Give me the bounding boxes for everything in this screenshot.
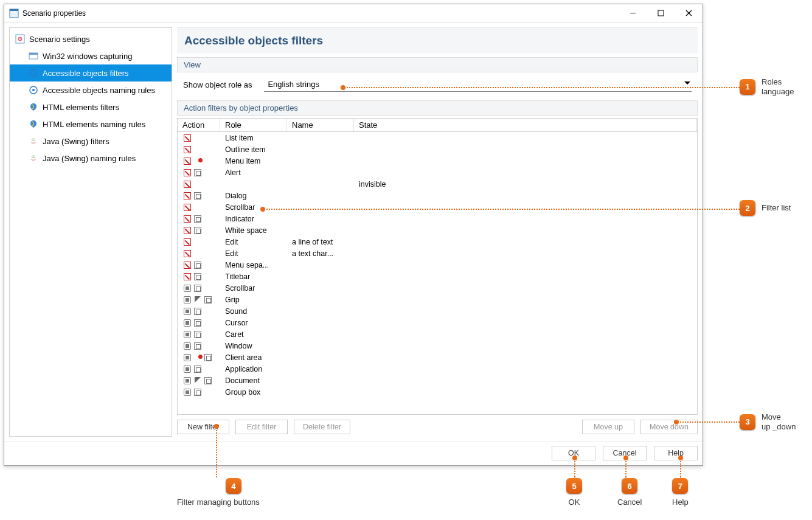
record-action-icon [182, 318, 192, 328]
col-name[interactable]: Name [287, 119, 354, 131]
table-row[interactable]: Indicator [178, 213, 697, 224]
sidebar-item[interactable]: Java (Swing) filters [10, 133, 172, 150]
svg-rect-1 [10, 9, 18, 11]
tree-icon [203, 376, 213, 386]
cell-action [178, 295, 220, 305]
cell-role: Client area [220, 353, 287, 362]
table-row[interactable]: White space [178, 224, 697, 236]
callout-2: 2 Filter list [740, 200, 791, 216]
table-body: List itemOutline itemMenu itemAlertinvis… [178, 132, 697, 398]
table-row[interactable]: Edita text char... [178, 248, 697, 259]
content-area: Scenario settings Win32 windows capturin… [4, 23, 703, 442]
callout-label: OK [569, 497, 580, 507]
cell-role: Application [220, 365, 287, 373]
record-action-icon [182, 376, 192, 386]
table-row[interactable]: Titlebar [178, 271, 697, 282]
cell-role: Dialog [220, 192, 287, 200]
new-filter-button[interactable]: New filter [177, 420, 229, 434]
tree-icon [193, 318, 203, 328]
table-row[interactable]: invisible [178, 178, 697, 190]
filters-table-scroll[interactable]: Action Role Name State List itemOutline … [178, 119, 697, 414]
callout-3: 3 Move up _down [740, 412, 796, 431]
close-button[interactable] [675, 4, 703, 23]
table-row[interactable]: Caret [178, 328, 697, 340]
callout-line-6 [625, 459, 626, 479]
callout-4: 4 Filter managing buttons [207, 478, 260, 507]
tree-icon [193, 307, 203, 316]
sidebar-item[interactable]: Accessible objects naming rules [10, 81, 172, 99]
role-language-dropdown[interactable]: English strings [264, 77, 692, 92]
table-row[interactable]: Client area [178, 352, 697, 363]
record-action-icon [182, 341, 192, 351]
sidebar-item-label: Java (Swing) naming rules [43, 154, 136, 163]
alert-icon [193, 156, 203, 166]
cell-role: Grip [220, 296, 287, 304]
svg-rect-10 [29, 53, 38, 55]
stop-action-icon [182, 249, 192, 258]
stop-action-icon [182, 168, 192, 178]
delete-filter-button[interactable]: Delete filter [294, 420, 350, 434]
table-row[interactable]: Menu item [178, 155, 697, 167]
stop-action-icon [182, 260, 192, 270]
table-row[interactable]: Window [178, 340, 697, 352]
sidebar-item[interactable]: Accessible objects filters [10, 64, 172, 81]
cell-action [178, 341, 220, 351]
tree-item-root[interactable]: Scenario settings [10, 30, 172, 47]
callout-label: Roles language [762, 77, 794, 96]
table-row[interactable]: Scrollbar [178, 282, 697, 294]
cell-role: Document [220, 376, 287, 385]
sidebar-item[interactable]: Java (Swing) naming rules [10, 150, 172, 167]
cell-state: invisible [354, 180, 697, 189]
table-row[interactable]: Scrollbar [178, 201, 697, 213]
stop-action-icon [182, 133, 192, 143]
cell-action [178, 203, 220, 212]
sidebar-item[interactable]: Win32 windows capturing [10, 47, 172, 64]
table-row[interactable]: Cursor [178, 317, 697, 328]
table-row[interactable]: Grip [178, 294, 697, 305]
table-row[interactable]: Sound [178, 305, 697, 317]
callout-label: Filter list [762, 203, 791, 213]
table-row[interactable]: Document [178, 375, 697, 386]
cursor-icon [193, 295, 203, 305]
cell-role: List item [220, 134, 287, 142]
col-state[interactable]: State [354, 119, 697, 131]
maximize-button[interactable] [647, 4, 675, 23]
cell-action [178, 283, 220, 293]
cell-role: Menu sepa... [220, 261, 287, 269]
table-header: Action Role Name State [178, 119, 697, 132]
col-action[interactable]: Action [178, 119, 220, 131]
table-row[interactable]: Menu sepa... [178, 259, 697, 271]
section-filters: Action filters by object properties [177, 100, 698, 116]
tree-root: Scenario settings Win32 windows capturin… [10, 28, 172, 169]
table-row[interactable]: Outline item [178, 144, 697, 155]
sidebar-item[interactable]: HTML elements filters [10, 99, 172, 116]
callout-7: 7 Help [672, 478, 689, 507]
sidebar-item-label: HTML elements naming rules [43, 120, 145, 129]
cell-role: Caret [220, 330, 287, 339]
tree-icon [193, 260, 203, 270]
col-role[interactable]: Role [220, 119, 287, 131]
table-row[interactable]: Dialog [178, 190, 697, 201]
move-up-button[interactable]: Move up [582, 420, 634, 434]
table-row[interactable]: Edita line of text [178, 236, 697, 248]
callout-line-3 [678, 421, 740, 423]
callout-number: 1 [740, 79, 755, 95]
record-action-icon [182, 387, 192, 397]
table-row[interactable]: Application [178, 363, 697, 375]
record-action-icon [182, 295, 192, 305]
stop-action-icon [182, 214, 192, 224]
tree-icon [193, 283, 203, 293]
cell-role: Indicator [220, 215, 287, 223]
record-action-icon [182, 283, 192, 293]
tree-icon [193, 168, 203, 178]
sidebar-item-icon [28, 50, 39, 61]
help-button[interactable]: Help [654, 446, 698, 460]
minimize-button[interactable] [619, 4, 647, 23]
table-row[interactable]: Group box [178, 386, 697, 398]
table-row[interactable]: List item [178, 132, 697, 144]
cell-action [178, 168, 220, 178]
edit-filter-button[interactable]: Edit filter [235, 420, 288, 434]
table-row[interactable]: Alert [178, 167, 697, 178]
section-view: View [177, 57, 698, 72]
sidebar-item[interactable]: HTML elements naming rules [10, 116, 172, 133]
